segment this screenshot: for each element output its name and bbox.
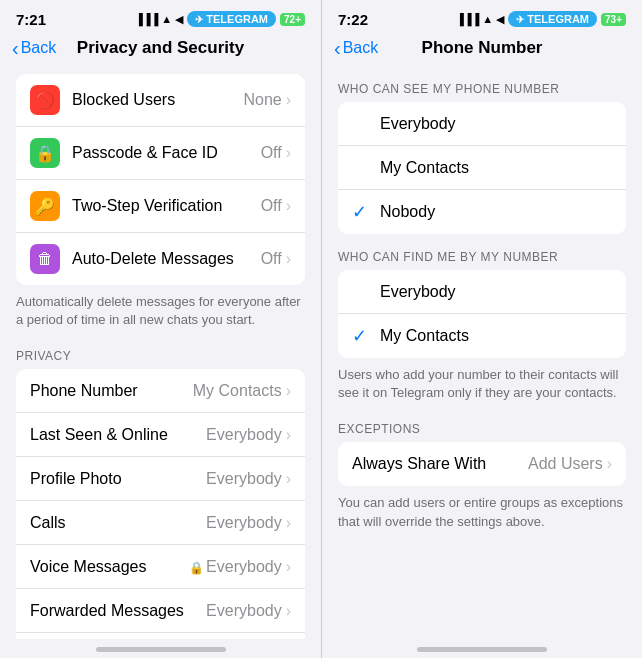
checkmark-icon-2: ✓ <box>352 325 372 347</box>
groups-channels-item[interactable]: Groups & Channels Everybody › <box>16 633 305 639</box>
status-bar-right: 7:22 ▐▐▐ ▲ ◀ TELEGRAM 73+ <box>322 0 642 32</box>
find-my-contacts-label: My Contacts <box>380 327 469 345</box>
telegram-badge-left: TELEGRAM <box>187 11 276 27</box>
exceptions-header: EXCEPTIONS <box>322 406 642 442</box>
see-nobody-label: Nobody <box>380 203 435 221</box>
see-my-contacts-option[interactable]: My Contacts <box>338 146 626 190</box>
who-can-see-card: Everybody My Contacts ✓ Nobody <box>338 102 626 234</box>
security-footer: Automatically delete messages for everyo… <box>0 285 321 333</box>
home-indicator-left <box>96 647 226 652</box>
always-share-with-item[interactable]: Always Share With Add Users › <box>338 442 626 486</box>
profile-photo-value: Everybody <box>206 470 282 488</box>
find-everybody-label: Everybody <box>380 283 456 301</box>
two-step-icon: 🔑 <box>30 191 60 221</box>
see-nobody-option[interactable]: ✓ Nobody <box>338 190 626 234</box>
exceptions-card: Always Share With Add Users › <box>338 442 626 486</box>
add-users-value: Add Users <box>528 455 603 473</box>
chevron-icon: › <box>286 197 291 215</box>
chevron-icon: › <box>286 144 291 162</box>
who-can-find-footer: Users who add your number to their conta… <box>322 358 642 406</box>
forwarded-messages-value: Everybody <box>206 602 282 620</box>
passcode-value: Off <box>261 144 282 162</box>
battery-right: 73+ <box>601 13 626 26</box>
auto-delete-label: Auto-Delete Messages <box>72 250 261 268</box>
back-label-right: Back <box>343 39 379 57</box>
find-my-contacts-option[interactable]: ✓ My Contacts <box>338 314 626 358</box>
voice-messages-value: 🔒Everybody <box>189 558 282 576</box>
find-everybody-option[interactable]: Everybody <box>338 270 626 314</box>
passcode-item[interactable]: 🔒 Passcode & Face ID Off › <box>16 127 305 180</box>
signal-icons-right: ▐▐▐ ▲ ◀ <box>456 13 504 26</box>
voice-messages-label: Voice Messages <box>30 558 189 576</box>
checkmark-icon-1: ✓ <box>352 201 372 223</box>
two-step-label: Two-Step Verification <box>72 197 261 215</box>
last-seen-value: Everybody <box>206 426 282 444</box>
two-step-value: Off <box>261 197 282 215</box>
privacy-card: Phone Number My Contacts › Last Seen & O… <box>16 369 305 639</box>
exceptions-footer: You can add users or entire groups as ex… <box>322 486 642 534</box>
back-arrow-right: ‹ <box>334 38 341 58</box>
telegram-badge-right: TELEGRAM <box>508 11 597 27</box>
voice-messages-item[interactable]: Voice Messages 🔒Everybody › <box>16 545 305 589</box>
right-screen: 7:22 ▐▐▐ ▲ ◀ TELEGRAM 73+ ‹ Back Phone N… <box>321 0 642 658</box>
page-title-right: Phone Number <box>422 38 543 58</box>
time-right: 7:22 <box>338 11 368 28</box>
left-screen: 7:21 ▐▐▐ ▲ ◀ TELEGRAM 72+ ‹ Back Privacy… <box>0 0 321 658</box>
auto-delete-item[interactable]: 🗑 Auto-Delete Messages Off › <box>16 233 305 285</box>
last-seen-label: Last Seen & Online <box>30 426 206 444</box>
who-can-find-card: Everybody ✓ My Contacts <box>338 270 626 358</box>
calls-value: Everybody <box>206 514 282 532</box>
forwarded-messages-item[interactable]: Forwarded Messages Everybody › <box>16 589 305 633</box>
blocked-users-value: None <box>243 91 281 109</box>
who-can-see-header: WHO CAN SEE MY PHONE NUMBER <box>322 66 642 102</box>
back-arrow-left: ‹ <box>12 38 19 58</box>
auto-delete-value: Off <box>261 250 282 268</box>
always-share-with-label: Always Share With <box>352 455 528 473</box>
nav-bar-right: ‹ Back Phone Number <box>322 32 642 66</box>
profile-photo-label: Profile Photo <box>30 470 206 488</box>
chevron-icon: › <box>286 470 291 488</box>
profile-photo-item[interactable]: Profile Photo Everybody › <box>16 457 305 501</box>
blocked-icon: 🚫 <box>30 85 60 115</box>
chevron-icon: › <box>286 250 291 268</box>
back-button-right[interactable]: ‹ Back <box>334 38 378 58</box>
blocked-users-item[interactable]: 🚫 Blocked Users None › <box>16 74 305 127</box>
phone-number-nav-item[interactable]: Phone Number My Contacts › <box>16 369 305 413</box>
phone-number-nav-label: Phone Number <box>30 382 193 400</box>
calls-item[interactable]: Calls Everybody › <box>16 501 305 545</box>
time-left: 7:21 <box>16 11 46 28</box>
page-title-left: Privacy and Security <box>77 38 244 58</box>
chevron-icon: › <box>286 514 291 532</box>
forwarded-messages-label: Forwarded Messages <box>30 602 206 620</box>
blocked-users-label: Blocked Users <box>72 91 243 109</box>
security-card: 🚫 Blocked Users None › 🔒 Passcode & Face… <box>16 74 305 285</box>
see-my-contacts-label: My Contacts <box>380 159 469 177</box>
auto-delete-icon: 🗑 <box>30 244 60 274</box>
back-button-left[interactable]: ‹ Back <box>12 38 56 58</box>
status-right-left: ▐▐▐ ▲ ◀ TELEGRAM 72+ <box>135 11 305 27</box>
last-seen-item[interactable]: Last Seen & Online Everybody › <box>16 413 305 457</box>
two-step-item[interactable]: 🔑 Two-Step Verification Off › <box>16 180 305 233</box>
signal-icons-left: ▐▐▐ ▲ ◀ <box>135 13 183 26</box>
status-right-right: ▐▐▐ ▲ ◀ TELEGRAM 73+ <box>456 11 626 27</box>
battery-left: 72+ <box>280 13 305 26</box>
see-everybody-label: Everybody <box>380 115 456 133</box>
chevron-icon: › <box>286 91 291 109</box>
status-bar-left: 7:21 ▐▐▐ ▲ ◀ TELEGRAM 72+ <box>0 0 321 32</box>
who-can-find-header: WHO CAN FIND ME BY MY NUMBER <box>322 234 642 270</box>
lock-icon: 🔒 <box>189 561 204 575</box>
home-indicator-right <box>417 647 547 652</box>
content-left: 🚫 Blocked Users None › 🔒 Passcode & Face… <box>0 66 321 639</box>
calls-label: Calls <box>30 514 206 532</box>
passcode-icon: 🔒 <box>30 138 60 168</box>
back-label-left: Back <box>21 39 57 57</box>
chevron-icon: › <box>286 426 291 444</box>
chevron-icon: › <box>286 558 291 576</box>
chevron-icon: › <box>286 602 291 620</box>
phone-number-nav-value: My Contacts <box>193 382 282 400</box>
privacy-section-header: PRIVACY <box>0 333 321 369</box>
chevron-icon: › <box>607 455 612 473</box>
content-right: WHO CAN SEE MY PHONE NUMBER Everybody My… <box>322 66 642 639</box>
see-everybody-option[interactable]: Everybody <box>338 102 626 146</box>
chevron-icon: › <box>286 382 291 400</box>
